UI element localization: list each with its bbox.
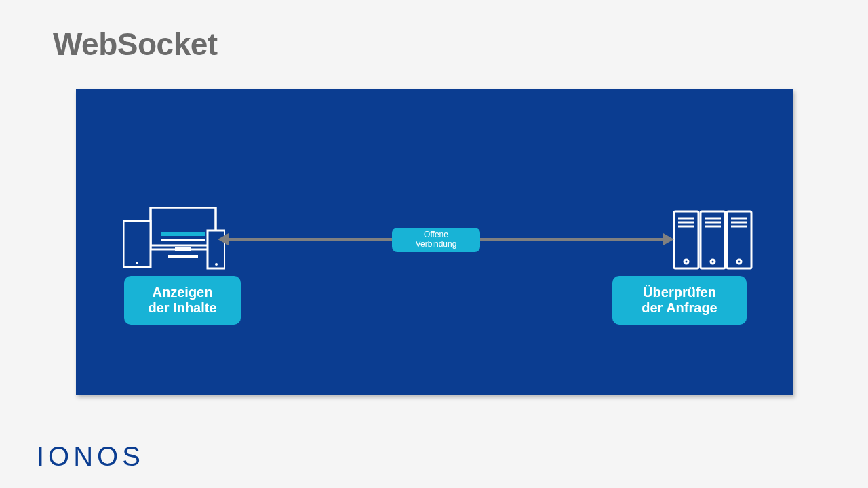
svg-rect-9 [161,239,205,241]
svg-point-24 [737,260,741,264]
svg-rect-0 [151,207,216,249]
client-badge-line2: der Inhalte [148,300,216,316]
svg-rect-3 [168,255,198,258]
svg-rect-8 [161,232,205,236]
server-badge-line2: der Anfrage [642,300,717,316]
server-badge: Überprüfen der Anfrage [612,276,747,325]
connection-badge-line2: Verbindung [416,240,457,249]
svg-point-5 [136,262,138,264]
client-badge: Anzeigen der Inhalte [124,276,241,325]
server-badge-line1: Überprüfen [643,285,716,300]
svg-point-22 [684,260,688,264]
svg-point-23 [711,260,715,264]
connection-badge-line1: Offene [424,230,448,240]
svg-rect-4 [123,221,151,267]
page-title: WebSocket [53,26,218,62]
diagram-panel: Offene Verbindung Anzeigen der Inhalte Ü… [76,89,793,395]
brand-logo: IONOS [37,441,144,472]
svg-point-7 [215,263,218,266]
client-badge-line1: Anzeigen [153,285,213,300]
server-icon [673,209,753,271]
connection-badge: Offene Verbindung [392,228,480,252]
client-devices-icon [123,207,225,272]
arrow-head-right-icon [663,233,674,245]
